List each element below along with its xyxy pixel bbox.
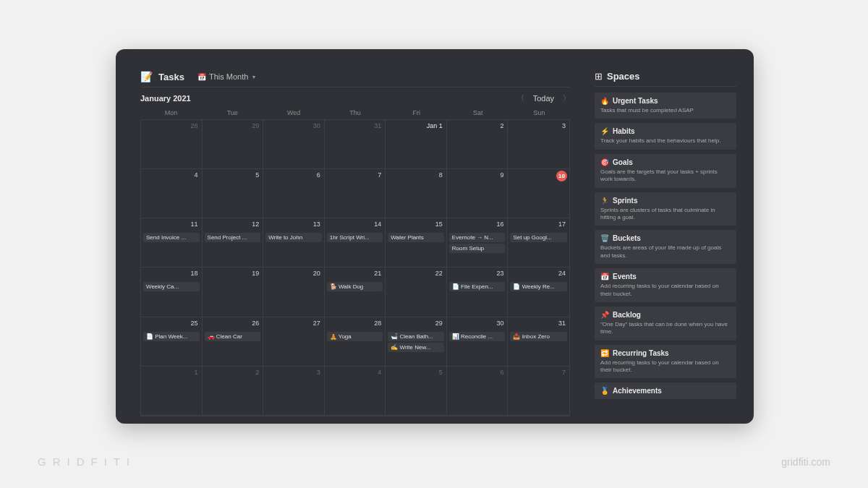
space-emoji-icon: 🏃: [600, 197, 609, 205]
event-chip[interactable]: Water Plants: [388, 233, 444, 242]
event-chip[interactable]: Evernote → N...: [449, 233, 506, 242]
cell-date: 3: [562, 122, 566, 129]
prev-month-button[interactable]: 〈: [517, 93, 524, 103]
calendar-cell[interactable]: 24📄 Weekly Re...: [508, 267, 569, 317]
event-chip[interactable]: 🧘 Yoga: [327, 332, 383, 341]
calendar-cell[interactable]: 23📄 File Expen...: [447, 267, 509, 317]
event-chip[interactable]: 1hr Script Wri...: [327, 233, 383, 242]
calendar-cell[interactable]: 7: [325, 169, 386, 218]
weekday-row: MonTueWedThuFriSatSun: [140, 106, 570, 119]
space-card[interactable]: 🔁Recurring TasksAdd recurring tasks to y…: [595, 345, 736, 379]
calendar-cell[interactable]: 31: [325, 120, 386, 169]
cell-date: 23: [496, 270, 503, 277]
cell-events: Set up Googl...: [510, 233, 567, 242]
cell-date: 2: [500, 122, 503, 129]
space-card[interactable]: ⚡HabitsTrack your habits and the behavio…: [595, 123, 736, 149]
calendar-cell[interactable]: 15Water Plants: [386, 218, 447, 267]
calendar-cell[interactable]: 29: [203, 120, 264, 169]
tasks-icon: 📝: [140, 71, 153, 82]
calendar-cell[interactable]: 16Evernote → N...Room Setup: [447, 218, 509, 267]
calendar-cell[interactable]: 30📊 Reconcile ...: [447, 317, 509, 367]
calendar-cell[interactable]: 13Write to John: [263, 218, 325, 267]
event-chip[interactable]: 📄 File Expen...: [449, 282, 506, 291]
calendar-cell[interactable]: 26🚗 Clean Car: [203, 317, 264, 367]
space-desc: Track your habits and the behaviours tha…: [600, 137, 731, 145]
space-name: Recurring Tasks: [613, 349, 669, 357]
space-card[interactable]: 📅EventsAdd recurring tasks to your calen…: [595, 268, 736, 302]
calendar-cell[interactable]: 2: [447, 120, 509, 169]
calendar-cell[interactable]: 4: [325, 367, 386, 416]
calendar-cell[interactable]: 17Set up Googl...: [508, 218, 569, 267]
calendar-cell[interactable]: 18Weekly Ca...: [141, 267, 203, 317]
event-chip[interactable]: 📊 Reconcile ...: [449, 332, 506, 341]
event-chip[interactable]: 📄 Weekly Re...: [510, 282, 567, 291]
weekday-label: Thu: [325, 106, 386, 119]
event-chip[interactable]: 🐕 Walk Dog: [327, 282, 383, 291]
spaces-list: 🔥Urgent TasksTasks that must be complete…: [595, 93, 736, 399]
calendar-cell[interactable]: 5: [386, 367, 447, 416]
event-chip[interactable]: Write to John: [265, 233, 322, 242]
cell-events: 1hr Script Wri...: [327, 233, 383, 242]
event-chip[interactable]: 📄 Plan Week...: [143, 332, 200, 341]
cell-date: 15: [435, 221, 443, 228]
cell-date: 5: [439, 369, 443, 376]
calendar-cell[interactable]: 141hr Script Wri...: [325, 218, 386, 267]
calendar-cell[interactable]: 5: [203, 169, 264, 218]
cell-date: 2: [255, 369, 259, 376]
space-card[interactable]: 📌Backlog"One Day" tasks that can be done…: [595, 307, 736, 341]
calendar-cell[interactable]: 31📥 Inbox Zero: [508, 317, 569, 367]
calendar-cell[interactable]: 8: [386, 169, 447, 218]
space-title-row: 📅Events: [600, 273, 731, 281]
calendar-cell[interactable]: 28: [141, 120, 203, 169]
event-chip[interactable]: 📥 Inbox Zero: [510, 332, 567, 341]
next-month-button[interactable]: 〉: [563, 93, 570, 103]
space-card[interactable]: 🎯GoalsGoals are the targets that your ta…: [595, 154, 736, 188]
view-this-month[interactable]: 📅 This Month ▾: [197, 72, 255, 81]
cell-date: 30: [496, 320, 503, 327]
space-card[interactable]: 🏅Achievements: [595, 382, 736, 399]
calendar-cell[interactable]: 7: [508, 367, 569, 416]
calendar-cell[interactable]: 3: [263, 367, 325, 416]
event-chip[interactable]: 🛁 Clean Bath...: [388, 332, 444, 341]
space-card[interactable]: 🏃SprintsSprints are clusters of tasks th…: [595, 192, 736, 226]
calendar-cell[interactable]: 11Send Invoice ...: [141, 218, 203, 267]
calendar-cell[interactable]: 21🐕 Walk Dog: [325, 267, 386, 317]
watermark-left: GRIDFITI: [38, 455, 136, 468]
calendar-cell[interactable]: 1: [141, 367, 203, 416]
space-name: Backlog: [613, 311, 641, 319]
calendar-cell[interactable]: 28🧘 Yoga: [325, 317, 386, 367]
calendar-cell[interactable]: 10: [508, 169, 569, 218]
space-card[interactable]: 🗑️BucketsBuckets are areas of your life …: [595, 230, 736, 264]
event-chip[interactable]: ✍️ Write New...: [388, 343, 444, 352]
calendar-cell[interactable]: Jan 1: [386, 120, 447, 169]
space-desc: "One Day" tasks that can be done when yo…: [600, 321, 731, 336]
event-chip[interactable]: Weekly Ca...: [143, 282, 200, 291]
calendar-cell[interactable]: 3: [508, 120, 569, 169]
calendar-cell[interactable]: 12Send Project ...: [203, 218, 264, 267]
calendar-cell[interactable]: 25📄 Plan Week...: [141, 317, 203, 367]
event-chip[interactable]: Send Invoice ...: [143, 233, 200, 242]
cell-date: 24: [558, 270, 566, 277]
calendar-cell[interactable]: 29🛁 Clean Bath...✍️ Write New...: [386, 317, 447, 367]
cell-date: 18: [191, 270, 198, 277]
calendar-cell[interactable]: 19: [203, 267, 264, 317]
event-chip[interactable]: 🚗 Clean Car: [205, 332, 261, 341]
space-card[interactable]: 🔥Urgent TasksTasks that must be complete…: [595, 93, 736, 119]
event-chip[interactable]: Room Setup: [449, 244, 506, 253]
spaces-header: ⊞ Spaces: [595, 71, 736, 87]
calendar-cell[interactable]: 6: [263, 169, 325, 218]
calendar-cell[interactable]: 20: [263, 267, 325, 317]
cell-events: 📊 Reconcile ...: [449, 332, 506, 341]
space-emoji-icon: ⚡: [600, 127, 609, 135]
calendar-cell[interactable]: 2: [203, 367, 264, 416]
space-emoji-icon: 🗑️: [600, 234, 609, 242]
calendar-cell[interactable]: 27: [263, 317, 325, 367]
calendar-cell[interactable]: 22: [386, 267, 447, 317]
calendar-cell[interactable]: 30: [263, 120, 325, 169]
calendar-cell[interactable]: 6: [447, 367, 509, 416]
event-chip[interactable]: Set up Googl...: [510, 233, 567, 242]
today-button[interactable]: Today: [533, 94, 554, 103]
calendar-cell[interactable]: 4: [141, 169, 203, 218]
event-chip[interactable]: Send Project ...: [205, 233, 261, 242]
calendar-cell[interactable]: 9: [447, 169, 509, 218]
